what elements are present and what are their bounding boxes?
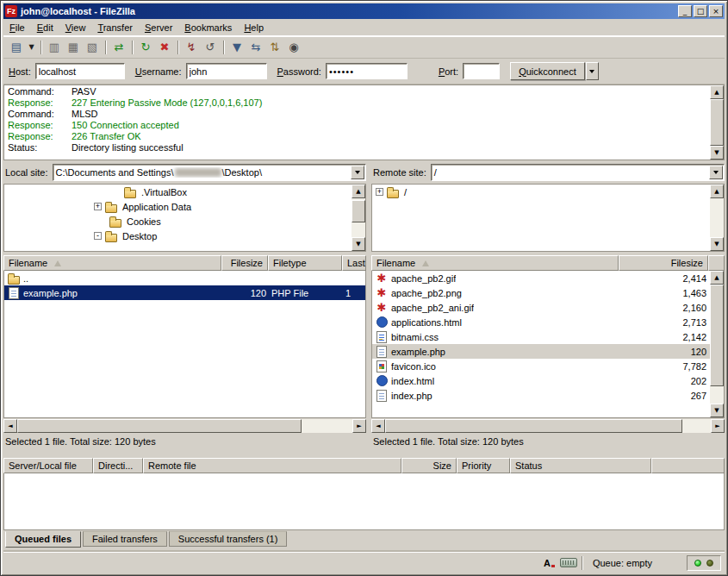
process-queue-icon[interactable]: ↻: [136, 38, 155, 57]
username-input[interactable]: [186, 63, 267, 79]
host-input[interactable]: [35, 63, 125, 79]
queue-header-remote-file[interactable]: Remote file: [143, 458, 401, 473]
scroll-up-icon[interactable]: [710, 271, 724, 285]
tab-queued-files[interactable]: Queued files: [5, 531, 81, 548]
scrollbar-thumb[interactable]: [385, 419, 682, 433]
scroll-up-icon[interactable]: [352, 185, 365, 198]
scrollbar-track[interactable]: [17, 419, 352, 433]
remote-header-filesize[interactable]: Filesize: [619, 255, 708, 271]
file-row[interactable]: apache_pb2.gif 2,414: [372, 271, 710, 285]
scroll-down-icon[interactable]: [352, 237, 365, 251]
log-scrollbar-thumb[interactable]: [710, 99, 724, 146]
tree-item[interactable]: .VirtualBox: [4, 185, 352, 199]
transfer-type-ascii-icon[interactable]: A: [544, 558, 555, 568]
menu-file[interactable]: File: [3, 20, 31, 35]
scrollbar-track[interactable]: [385, 419, 711, 433]
toggle-remote-tree-icon[interactable]: ▧: [83, 38, 102, 57]
file-row[interactable]: apache_pb2.png 1,463: [372, 285, 710, 300]
log-scrollbar-track[interactable]: [710, 99, 724, 146]
find-icon[interactable]: ◉: [284, 38, 303, 57]
remote-list-scrollbar-thumb[interactable]: [710, 285, 724, 386]
tab-failed-transfers[interactable]: Failed transfers: [83, 531, 167, 547]
close-button[interactable]: ×: [709, 5, 723, 17]
site-manager-dropdown[interactable]: ▼: [26, 38, 37, 57]
tree-expander[interactable]: -: [94, 232, 102, 240]
file-row[interactable]: example.php 120: [372, 344, 710, 359]
reconnect-icon[interactable]: ↺: [201, 38, 220, 57]
remote-site-combo[interactable]: /: [431, 164, 725, 181]
scrollbar-thumb[interactable]: [17, 419, 302, 433]
file-row[interactable]: ..: [4, 271, 365, 285]
remote-tree-scrollbar-track[interactable]: [710, 198, 724, 237]
queue-list[interactable]: [3, 473, 725, 530]
refresh-icon[interactable]: ⇄: [109, 38, 128, 57]
sync-browse-icon[interactable]: ⇅: [265, 38, 284, 57]
queue-header-size[interactable]: Size: [401, 458, 457, 473]
local-header-last-modified[interactable]: Last modified: [342, 255, 366, 271]
scroll-left-icon[interactable]: [3, 419, 17, 433]
file-row-selected[interactable]: example.php 120 PHP File 1: [4, 285, 365, 300]
local-tree-scrollbar-track[interactable]: [352, 198, 365, 237]
menu-server[interactable]: Server: [139, 20, 178, 35]
scroll-right-icon[interactable]: [352, 419, 366, 433]
cancel-icon[interactable]: ✖: [155, 38, 174, 57]
tab-successful-transfers[interactable]: Successful transfers (1): [169, 531, 288, 547]
menu-bookmarks[interactable]: Bookmarks: [178, 20, 238, 35]
filter-icon[interactable]: ▼: [227, 38, 246, 57]
queue-header-server-local-file[interactable]: Server/Local file: [3, 458, 93, 473]
menu-edit[interactable]: Edit: [31, 20, 59, 35]
local-tree-scrollbar[interactable]: [352, 185, 365, 251]
scroll-left-icon[interactable]: [371, 419, 385, 433]
remote-list-scrollbar-track[interactable]: [710, 285, 724, 404]
file-row[interactable]: applications.html 2,713: [372, 315, 710, 329]
file-row[interactable]: apache_pb2_ani.gif 2,160: [372, 300, 710, 315]
tree-item[interactable]: + /: [372, 185, 710, 199]
scroll-up-icon[interactable]: [710, 185, 724, 198]
file-row[interactable]: favicon.ico 7,782: [372, 359, 710, 373]
maximize-button[interactable]: □: [694, 5, 707, 17]
toggle-local-tree-icon[interactable]: ▦: [64, 38, 83, 57]
compare-icon[interactable]: ⇆: [246, 38, 265, 57]
filezilla-logo-icon[interactable]: Fz: [5, 5, 17, 17]
scroll-up-icon[interactable]: [710, 85, 724, 99]
toggle-log-icon[interactable]: ▥: [45, 38, 64, 57]
disconnect-icon[interactable]: ↯: [182, 38, 201, 57]
tree-item[interactable]: + Application Data: [4, 199, 352, 214]
keyboard-icon[interactable]: [560, 558, 577, 567]
menu-view[interactable]: View: [59, 20, 92, 35]
local-header-filesize[interactable]: Filesize: [221, 255, 268, 271]
remote-header-filename[interactable]: Filename: [371, 255, 619, 271]
file-row[interactable]: index.html 202: [372, 373, 710, 388]
local-header-filetype[interactable]: Filetype: [268, 255, 342, 271]
menu-transfer[interactable]: Transfer: [91, 20, 139, 35]
queue-header-priority[interactable]: Priority: [457, 458, 510, 473]
remote-site-dropdown-button[interactable]: [709, 166, 723, 179]
local-tree-scrollbar-thumb[interactable]: [352, 200, 365, 222]
tree-item[interactable]: - Desktop: [4, 229, 352, 243]
tree-expander[interactable]: +: [376, 188, 383, 196]
port-input[interactable]: [463, 63, 500, 79]
password-input[interactable]: [326, 63, 408, 79]
quickconnect-button[interactable]: Quickconnect: [510, 62, 585, 80]
scroll-down-icon[interactable]: [710, 237, 724, 251]
scroll-down-icon[interactable]: [710, 404, 724, 417]
minimize-button[interactable]: _: [678, 5, 692, 17]
local-site-combo[interactable]: C:\Documents and Settings\ \Desktop\: [53, 164, 366, 181]
tree-item[interactable]: Cookies: [4, 214, 352, 229]
file-row[interactable]: bitnami.css 2,142: [372, 329, 710, 344]
scroll-right-icon[interactable]: [711, 419, 725, 433]
remote-list-scrollbar[interactable]: [710, 271, 724, 417]
remote-tree-scrollbar[interactable]: [710, 185, 724, 251]
file-row[interactable]: index.php 267: [372, 388, 710, 403]
scroll-down-icon[interactable]: [710, 146, 724, 160]
local-header-filename[interactable]: Filename: [3, 255, 221, 271]
remote-list-horizontal-scrollbar[interactable]: [371, 419, 725, 433]
menu-help[interactable]: Help: [238, 20, 270, 35]
log-scrollbar[interactable]: [710, 85, 724, 160]
site-manager-icon[interactable]: ▤: [7, 38, 26, 57]
quickconnect-dropdown-button[interactable]: [586, 62, 599, 80]
queue-header-status[interactable]: Status: [510, 458, 651, 473]
tree-expander[interactable]: +: [94, 203, 102, 210]
queue-header-direction[interactable]: Directi...: [93, 458, 143, 473]
local-site-dropdown-button[interactable]: [351, 166, 364, 179]
